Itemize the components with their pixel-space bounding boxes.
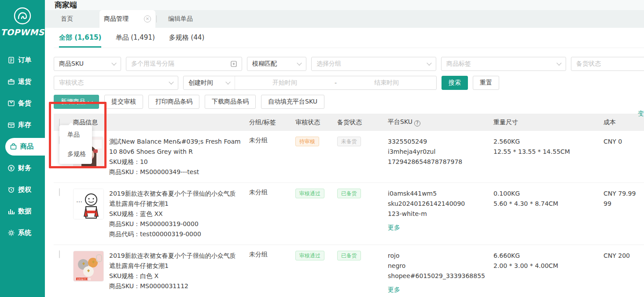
column-header-product: 商品信息 bbox=[73, 119, 249, 126]
chevron-down-icon bbox=[169, 79, 173, 84]
tag-select[interactable]: 商品标签 bbox=[441, 57, 566, 71]
dropdown-item-single[interactable]: 单品 bbox=[59, 125, 92, 145]
filter-row-2: 审核状态 创建时间 开始时间 - 结束时间 搜索 重置 bbox=[54, 76, 499, 90]
dimensions-value: 12.55 * 13.55 * 14.55CM bbox=[493, 147, 604, 157]
sku-input-placeholder: 多个用逗号分隔 bbox=[131, 60, 174, 68]
platform-sku: 3325505249 bbox=[388, 137, 493, 147]
time-type-select[interactable]: 创建时间 bbox=[184, 76, 235, 89]
audit-status-badge: 审核通过 bbox=[295, 251, 324, 260]
sidebar-item-products[interactable]: 商品 bbox=[5, 138, 45, 156]
count-tabs: 全部 (1,615) 单品 (1,491) 多规格 (44) bbox=[54, 28, 644, 48]
platform-sku: 123-white-m bbox=[388, 209, 493, 219]
sidebar-item-finance[interactable]: 财务 bbox=[0, 157, 45, 179]
sidebar-item-data[interactable]: 数据 bbox=[0, 200, 45, 222]
filter-row-1: 商品SKU 多个用逗号分隔 模糊匹配 选择分组 bbox=[54, 57, 644, 71]
more-link[interactable]: 更多 bbox=[388, 285, 400, 295]
product-image: 全館滿2件·免運 bbox=[73, 251, 104, 282]
stock-status-badge: 已备货 bbox=[337, 251, 361, 260]
row-checkbox[interactable] bbox=[59, 250, 60, 258]
chevron-down-icon bbox=[297, 60, 302, 65]
sku-search-input[interactable]: 多个用逗号分隔 bbox=[126, 57, 242, 71]
data-icon bbox=[7, 208, 15, 215]
product-title: 測試New Balance Men&#039;s Fresh Foam 10 8… bbox=[109, 137, 241, 157]
tab-product-management[interactable]: 商品管理 ✕ bbox=[99, 10, 155, 28]
tab-close-icon[interactable]: ✕ bbox=[144, 15, 151, 22]
order-icon bbox=[7, 56, 15, 64]
sidebar-item-stock-prep[interactable]: 备货 bbox=[0, 93, 45, 114]
sidebar-item-system[interactable]: 系统 bbox=[0, 222, 45, 244]
audit-status-badge: 审核通过 bbox=[295, 189, 324, 198]
sku-type-select[interactable]: 商品SKU bbox=[54, 57, 121, 71]
count-tab-all[interactable]: 全部 (1,615) bbox=[59, 28, 101, 48]
add-product-label: 新增商品 bbox=[61, 98, 85, 106]
group-placeholder: 选择分组 bbox=[316, 60, 341, 68]
sidebar-item-label: 商品 bbox=[20, 142, 33, 151]
app-screen: TOPWMS 订单 退货 备货 库存 商品 bbox=[0, 0, 644, 297]
submit-audit-button[interactable]: 提交审核 bbox=[104, 95, 143, 109]
product-title: 2019新款连衣裙女春夏小个子很仙的小众气质遮肚露肩牛仔裙女潮1 bbox=[109, 251, 241, 271]
sidebar-nav: 订单 退货 备货 库存 商品 财务 bbox=[0, 49, 45, 244]
platform-sku: negro bbox=[388, 261, 493, 271]
sidebar-item-orders[interactable]: 订单 bbox=[0, 49, 45, 71]
table-row: 測試New Balance Men&#039;s Fresh Foam 10 8… bbox=[54, 131, 644, 183]
platform-sku: i3mheja4yr0zul bbox=[388, 147, 493, 157]
group-cell: 未分组 bbox=[249, 189, 295, 239]
brand-name: TOPWMS bbox=[0, 27, 44, 37]
product-table: 商品信息 分组/标签 审核状态 备货状态 平台SKU? 重量尺寸 成本 bbox=[54, 114, 644, 297]
sku-type-value: 商品SKU bbox=[59, 60, 84, 68]
cost-cell: CNY 79.9999 bbox=[604, 189, 639, 209]
cost-cell: CNY 0 bbox=[604, 137, 639, 147]
stock-status-select[interactable]: 备货状态 bbox=[571, 57, 644, 71]
table-row: … 2019新款连衣裙女春夏小个子很仙的小众气质遮肚露肩牛仔裙女潮1 SKU规格… bbox=[54, 183, 644, 245]
dropdown-item-multispec[interactable]: 多规格 bbox=[59, 145, 92, 164]
sidebar: TOPWMS 订单 退货 备货 库存 商品 bbox=[0, 0, 45, 297]
audit-status-placeholder: 审核状态 bbox=[59, 79, 84, 87]
add-product-dropdown: 单品 多规格 bbox=[59, 125, 92, 164]
column-header-stock: 备货状态 bbox=[337, 119, 388, 126]
end-time-input[interactable]: 结束时间 bbox=[337, 79, 436, 87]
product-image: … bbox=[73, 189, 104, 219]
sidebar-item-label: 退货 bbox=[18, 78, 31, 86]
print-barcode-button[interactable]: 打印商品条码 bbox=[148, 95, 199, 109]
tab-label: 编辑单品 bbox=[168, 15, 193, 23]
count-tab-single[interactable]: 单品 (1,491) bbox=[115, 28, 155, 48]
svg-text:全館滿2件·免運: 全館滿2件·免運 bbox=[77, 278, 91, 280]
product-sku: 商品SKU：MS0000031112 bbox=[109, 281, 241, 291]
tab-edit-single-product[interactable]: 编辑单品 bbox=[157, 10, 206, 28]
change-log-link[interactable]: 变 bbox=[638, 110, 644, 118]
product-sku: 商品SKU：MS00000319-0000 bbox=[109, 219, 241, 229]
product-title: 2019新款连衣裙女春夏小个子很仙的小众气质遮肚露肩牛仔裙女潮1 bbox=[109, 189, 241, 209]
platform-sku-cell: rojo negro shopee#6015029_3339368855 更多 bbox=[388, 251, 493, 295]
reset-button[interactable]: 重置 bbox=[473, 76, 499, 90]
add-product-button[interactable]: 新增商品 bbox=[54, 95, 99, 109]
product-spec: SKU规格：蓝色 XX bbox=[109, 209, 241, 219]
help-icon[interactable]: ? bbox=[414, 120, 420, 126]
count-tab-multispec[interactable]: 多规格 (44) bbox=[169, 28, 205, 48]
cost-cell: CNY 200 bbox=[604, 251, 639, 261]
audit-status-badge: 待审核 bbox=[295, 137, 319, 146]
search-button[interactable]: 搜索 bbox=[442, 76, 468, 90]
sidebar-item-inventory[interactable]: 库存 bbox=[0, 114, 45, 136]
autofill-platform-sku-button[interactable]: 自动填充平台SKU bbox=[261, 95, 324, 109]
row-checkbox[interactable] bbox=[59, 188, 60, 196]
group-select[interactable]: 选择分组 bbox=[311, 57, 436, 71]
start-time-input[interactable]: 开始时间 bbox=[235, 79, 335, 87]
match-mode-value: 模糊匹配 bbox=[252, 60, 277, 68]
tab-home[interactable]: 首页 bbox=[49, 10, 99, 28]
more-link[interactable]: 更多 bbox=[388, 223, 400, 233]
weight-cell: 0.100KG 5.60 * 4.30 * 8.74CM bbox=[493, 189, 604, 239]
match-mode-select[interactable]: 模糊匹配 bbox=[247, 57, 306, 71]
column-header-weight: 重量尺寸 bbox=[493, 119, 604, 126]
audit-status-select[interactable]: 审核状态 bbox=[54, 76, 178, 90]
table-row: 全館滿2件·免運 2019新款连衣裙女春夏小个子很仙的小众气质遮肚露肩牛仔裙女潮… bbox=[54, 245, 644, 297]
action-bar: 新增商品 提交审核 打印商品条码 下载商品条码 自动填充平台SKU bbox=[54, 95, 644, 109]
sidebar-item-authorization[interactable]: 授权 bbox=[0, 179, 45, 200]
chevron-down-icon bbox=[427, 60, 431, 65]
page-title: 商家端 bbox=[55, 0, 77, 10]
download-barcode-button[interactable]: 下载商品条码 bbox=[205, 95, 256, 109]
product-icon bbox=[10, 143, 17, 150]
platform-sku: shopee#6015029_3339368855 bbox=[388, 271, 493, 281]
expand-input-icon[interactable] bbox=[231, 61, 237, 67]
column-header-cost: 成本 bbox=[604, 119, 644, 126]
sidebar-item-returns[interactable]: 退货 bbox=[0, 71, 45, 93]
